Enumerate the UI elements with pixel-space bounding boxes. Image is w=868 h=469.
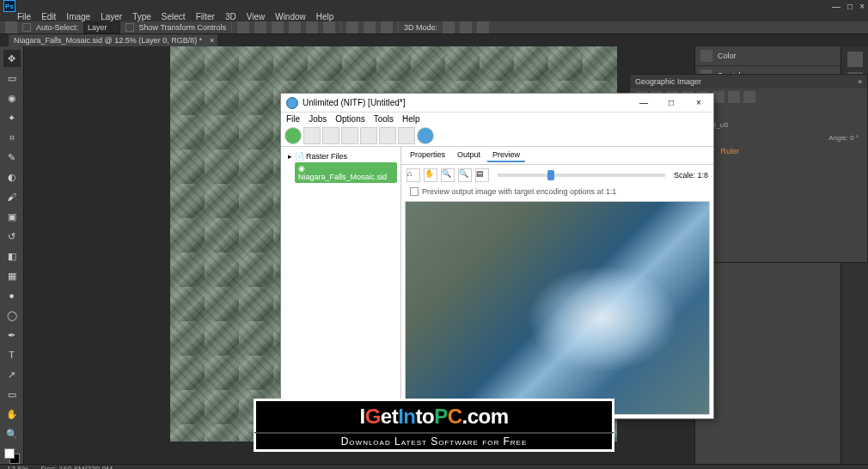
menu-edit[interactable]: Edit [41, 12, 56, 21]
text-tool[interactable]: T [3, 346, 21, 363]
blur-tool[interactable]: ● [3, 287, 21, 304]
eyedropper-tool[interactable]: ✎ [3, 149, 21, 166]
zoom-level[interactable]: 12.5% [7, 465, 29, 469]
zoomout-icon[interactable]: 🔍 [458, 168, 472, 182]
scale-slider[interactable] [498, 174, 665, 177]
healing-tool[interactable]: ◐ [3, 168, 21, 186]
home-icon[interactable]: ⌂ [406, 168, 420, 182]
dodge-tool[interactable]: ◯ [3, 307, 21, 324]
align-icon[interactable] [289, 21, 301, 34]
minimize-button[interactable]: — [832, 2, 840, 11]
panel-color[interactable]: Color [695, 46, 840, 66]
gradient-tool[interactable]: ▦ [3, 267, 21, 284]
tree-root[interactable]: ▸ 📄 Raster Files [284, 150, 397, 162]
tab-properties[interactable]: Properties [405, 149, 450, 162]
hand-icon[interactable]: ✋ [424, 168, 437, 182]
menu-layer[interactable]: Layer [101, 12, 122, 21]
auto-select-checkbox[interactable] [22, 23, 31, 32]
preview-1to1-label: Preview output image with target encodin… [422, 187, 616, 196]
copy-button[interactable] [398, 127, 415, 144]
preview-1to1-checkbox[interactable] [410, 187, 419, 196]
tab-ruler[interactable]: Ruler [721, 147, 740, 155]
doc-button[interactable] [322, 127, 339, 144]
add-button[interactable] [284, 127, 302, 144]
crop-button[interactable] [360, 127, 377, 144]
distribute-icon[interactable] [346, 21, 358, 34]
nitf-menu-tools[interactable]: Tools [374, 114, 394, 124]
tab-preview[interactable]: Preview [487, 149, 525, 162]
menu-window[interactable]: Window [275, 12, 306, 21]
nitf-menu-options[interactable]: Options [335, 114, 364, 124]
menu-help[interactable]: Help [316, 12, 334, 21]
nitf-body: ▸ 📄 Raster Files ◉ Niagara_Falls_Mosaic.… [281, 147, 713, 418]
show-transform-label: Show Transform Controls [139, 23, 227, 32]
align-icon[interactable] [237, 21, 249, 34]
menu-image[interactable]: Image [66, 12, 90, 21]
auto-select-dropdown[interactable]: Layer [83, 21, 120, 34]
shape-tool[interactable]: ▭ [3, 386, 21, 403]
wand-tool[interactable]: ✦ [3, 109, 21, 126]
save-button[interactable] [303, 127, 321, 144]
mode3d-icon[interactable] [477, 21, 489, 34]
distribute-icon[interactable] [364, 21, 376, 34]
lasso-tool[interactable]: ◉ [3, 89, 21, 107]
color-swatches[interactable] [4, 448, 20, 464]
eraser-tool[interactable]: ◧ [3, 247, 21, 265]
align-icon[interactable] [272, 21, 284, 34]
path-tool[interactable]: ↗ [3, 366, 21, 383]
pen-tool[interactable]: ✒ [3, 326, 21, 344]
stamp-tool[interactable]: ▣ [3, 208, 21, 225]
nitf-title-text: Unlimited (NITF) [Untitled*] [303, 98, 405, 107]
tree-item[interactable]: ◉ Niagara_Falls_Mosaic.sid [295, 162, 397, 183]
tab-output[interactable]: Output [452, 149, 486, 162]
align-icon[interactable] [254, 21, 266, 34]
move-tool[interactable]: ✥ [3, 50, 21, 67]
gi-tool-icon[interactable] [728, 91, 740, 103]
align-icon[interactable] [306, 21, 318, 34]
marquee-tool[interactable]: ▭ [3, 70, 21, 87]
dock-icon[interactable] [847, 52, 863, 67]
align-icon[interactable] [323, 21, 335, 34]
mode3d-icon[interactable] [460, 21, 472, 34]
brand-letter: .com [462, 405, 509, 428]
nitf-menu-help[interactable]: Help [402, 114, 420, 124]
gi-tool-icon[interactable] [743, 91, 755, 103]
nitf-minimize-button[interactable]: — [634, 96, 653, 110]
ps-menubar: File Edit Image Layer Type Select Filter… [0, 12, 868, 21]
menu-select[interactable]: Select [162, 12, 186, 21]
menu-file[interactable]: File [17, 12, 31, 21]
menu-3d[interactable]: 3D [225, 12, 236, 21]
crop-tool[interactable]: ⌗ [3, 129, 21, 146]
move-tool-icon [5, 21, 17, 34]
layer-button[interactable] [379, 127, 396, 144]
palette-icon[interactable]: ▤ [475, 168, 489, 182]
mode3d-icon[interactable] [443, 21, 455, 34]
close-button[interactable]: × [859, 2, 865, 11]
zoom-tool[interactable]: 🔍 [3, 425, 21, 442]
distribute-icon[interactable] [381, 21, 393, 34]
show-transform-checkbox[interactable] [125, 23, 134, 32]
nitf-maximize-button[interactable]: □ [662, 96, 681, 110]
maximize-button[interactable]: □ [847, 2, 853, 11]
history-tool[interactable]: ↺ [3, 228, 21, 245]
preview-image[interactable] [405, 201, 710, 415]
menu-type[interactable]: Type [132, 12, 151, 21]
gi-tool-icon[interactable] [712, 91, 724, 103]
separator [340, 21, 341, 34]
nitf-close-button[interactable]: × [689, 96, 708, 110]
nitf-menu-file[interactable]: File [286, 114, 300, 124]
zoomin-icon[interactable]: 🔍 [441, 168, 455, 182]
gi-header[interactable]: Geographic Imager » [630, 75, 867, 88]
brush-tool[interactable]: 🖌 [3, 188, 21, 205]
nitf-menu-jobs[interactable]: Jobs [309, 114, 327, 124]
menu-view[interactable]: View [247, 12, 266, 21]
globe-button[interactable] [417, 127, 434, 144]
brand-letter: P [434, 405, 448, 428]
nitf-titlebar[interactable]: Unlimited (NITF) [Untitled*] — □ × [281, 94, 713, 113]
document-tab[interactable]: Niagara_Falls_Mosaic.sid @ 12.5% (Layer … [9, 34, 217, 46]
hand-tool[interactable]: ✋ [3, 405, 21, 423]
menu-filter[interactable]: Filter [196, 12, 215, 21]
gi-collapse-icon[interactable]: » [858, 77, 862, 86]
toolbox: ✥ ▭ ◉ ✦ ⌗ ✎ ◐ 🖌 ▣ ↺ ◧ ▦ ● ◯ ✒ T ↗ ▭ ✋ 🔍 [0, 46, 24, 464]
file-button[interactable] [341, 127, 358, 144]
